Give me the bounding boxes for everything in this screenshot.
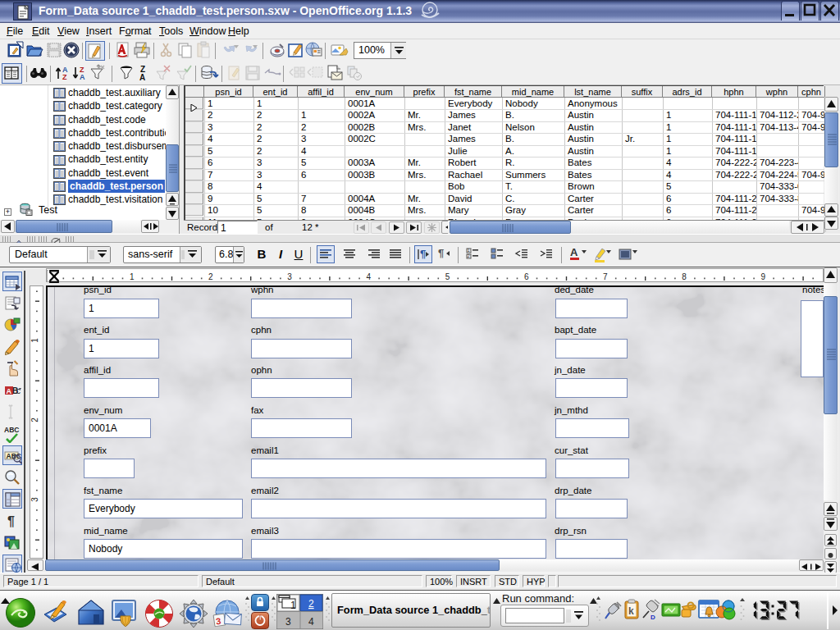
svg-text:2: 2 [208, 272, 213, 281]
svg-text:1: 1 [30, 338, 39, 343]
svg-text:4: 4 [367, 272, 372, 281]
svg-text:8: 8 [682, 272, 687, 281]
svg-text:2: 2 [30, 418, 39, 422]
svg-text:4: 4 [308, 616, 314, 628]
svg-text:1: 1 [468, 248, 470, 253]
svg-text:A: A [7, 386, 12, 395]
svg-text:D: D [651, 614, 655, 621]
svg-text:¶: ¶ [7, 514, 15, 528]
svg-text:k: k [628, 605, 634, 617]
svg-text:2: 2 [468, 253, 470, 258]
svg-text:3: 3 [287, 272, 292, 281]
svg-text:3: 3 [30, 497, 39, 502]
svg-text:5: 5 [445, 272, 450, 281]
svg-text:A: A [570, 246, 578, 258]
svg-text:1: 1 [130, 272, 135, 281]
svg-text:Z: Z [62, 73, 67, 81]
svg-text:ABC: ABC [4, 426, 19, 434]
svg-text:2: 2 [308, 598, 314, 609]
svg-text:A: A [80, 73, 85, 81]
svg-text:1: 1 [290, 600, 296, 611]
svg-text:A: A [139, 73, 145, 82]
svg-text:c: c [16, 386, 21, 395]
svg-text:9: 9 [761, 272, 766, 281]
svg-text:7: 7 [603, 272, 608, 281]
svg-text:3: 3 [285, 616, 291, 628]
svg-text:6: 6 [524, 272, 529, 281]
svg-text:¶: ¶ [438, 247, 444, 259]
svg-text:¶: ¶ [420, 248, 426, 260]
